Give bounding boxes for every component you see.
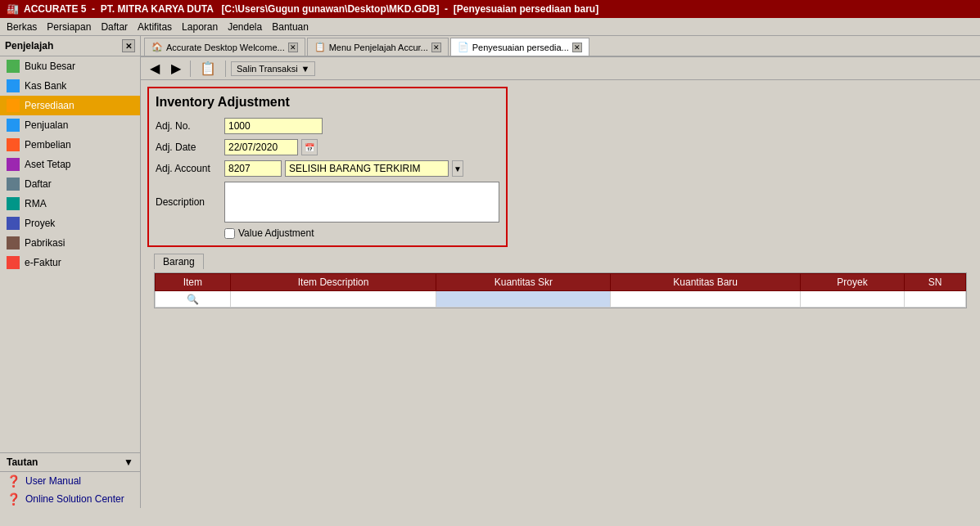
tab-accurate-welcome[interactable]: 🏠 Accurate Desktop Welcome... ✕ xyxy=(144,38,305,56)
description-textarea[interactable] xyxy=(224,182,499,223)
menu-persiapan[interactable]: Persiapan xyxy=(47,21,91,33)
tautan-title: Tautan xyxy=(7,456,38,468)
back-button[interactable]: ◀ xyxy=(146,58,164,79)
salin-transaksi-button[interactable]: Salin Transaksi ▼ xyxy=(231,61,315,76)
inventory-table: Item Item Description Kuantitas Skr Kuan… xyxy=(155,273,966,308)
sidebar-item-pabrikasi[interactable]: Pabrikasi xyxy=(0,233,140,253)
table-row: 🔍 xyxy=(156,291,966,308)
value-adjustment-row: Value Adjustment xyxy=(156,227,499,239)
adj-account-dropdown-button[interactable]: ▼ xyxy=(452,160,463,177)
menu-daftar[interactable]: Daftar xyxy=(101,21,128,33)
tab-icon-menu: 📋 xyxy=(314,42,326,52)
menu-bar: Berkas Persiapan Daftar Aktifitas Lapora… xyxy=(0,18,980,36)
sidebar: Penjelajah ✕ Buku Besar Kas Bank Persedi… xyxy=(0,36,141,508)
sidebar-item-buku-besar[interactable]: Buku Besar xyxy=(0,56,140,76)
sidebar-label-pembelian: Pembelian xyxy=(25,139,71,151)
inventory-adjustment-form: Inventory Adjustment Adj. No. Adj. Date … xyxy=(147,87,508,247)
sidebar-item-rma[interactable]: RMA xyxy=(0,194,140,214)
daftar-icon xyxy=(7,178,20,191)
sidebar-item-efaktur[interactable]: e-Faktur xyxy=(0,253,140,272)
sn-cell xyxy=(905,291,966,308)
adj-date-input[interactable] xyxy=(224,139,298,155)
form-area: Inventory Adjustment Adj. No. Adj. Date … xyxy=(141,80,980,508)
sidebar-title: Penjelajah xyxy=(5,40,53,52)
kas-bank-icon xyxy=(7,79,20,92)
table-container: Item Item Description Kuantitas Skr Kuan… xyxy=(154,272,967,308)
toolbar-separator-2 xyxy=(225,61,226,77)
sidebar-item-persediaan[interactable]: Persediaan xyxy=(0,96,140,115)
salin-transaksi-label: Salin Transaksi xyxy=(237,64,298,74)
sidebar-label-aset-tetap: Aset Tetap xyxy=(25,159,70,170)
sidebar-label-proyek: Proyek xyxy=(25,218,55,229)
sidebar-link-user-manual[interactable]: ❓ User Manual xyxy=(0,472,140,490)
toolbar-separator xyxy=(190,61,191,77)
sidebar-bottom: Tautan ▼ ❓ User Manual ❓ Online Solution… xyxy=(0,452,140,508)
adj-account-row: Adj. Account ▼ xyxy=(156,160,499,177)
pembelian-icon xyxy=(7,138,20,151)
col-kuantitas-baru: Kuantitas Baru xyxy=(611,274,801,291)
tab-close-welcome[interactable]: ✕ xyxy=(288,43,298,52)
user-manual-icon: ❓ xyxy=(7,474,20,488)
menu-aktifitas[interactable]: Aktifitas xyxy=(138,21,172,33)
sidebar-item-kas-bank[interactable]: Kas Bank xyxy=(0,76,140,96)
rma-icon xyxy=(7,197,20,210)
description-label: Description xyxy=(156,196,221,208)
app-icon: 🏭 xyxy=(7,3,19,15)
tab-menu-penjelajah[interactable]: 📋 Menu Penjelajah Accur... ✕ xyxy=(307,38,449,56)
sidebar-item-pembelian[interactable]: Pembelian xyxy=(0,135,140,155)
proyek-cell xyxy=(800,291,904,308)
online-solution-center-icon: ❓ xyxy=(7,492,20,506)
sidebar-header: Penjelajah ✕ xyxy=(0,36,140,56)
tab-label-welcome: Accurate Desktop Welcome... xyxy=(166,43,285,52)
tab-bar: 🏠 Accurate Desktop Welcome... ✕ 📋 Menu P… xyxy=(141,36,980,57)
sidebar-label-kas-bank: Kas Bank xyxy=(25,80,66,92)
title-bar: 🏭 ACCURATE 5 - PT. MITRA KARYA DUTA [C:\… xyxy=(0,0,980,18)
form-title: Inventory Adjustment xyxy=(156,95,499,110)
barang-tab[interactable]: Barang xyxy=(154,254,204,269)
sidebar-label-pabrikasi: Pabrikasi xyxy=(25,237,65,249)
tautan-chevron-icon: ▼ xyxy=(124,456,133,468)
content-area: 🏠 Accurate Desktop Welcome... ✕ 📋 Menu P… xyxy=(141,36,980,508)
sidebar-item-penjualan[interactable]: Penjualan xyxy=(0,115,140,135)
sidebar-link-online-solution-center[interactable]: ❓ Online Solution Center xyxy=(0,490,140,508)
col-proyek: Proyek xyxy=(800,274,904,291)
adj-no-input[interactable] xyxy=(224,118,323,134)
tab-label-penyesuaian: Penyesuaian persedia... xyxy=(472,43,569,52)
persediaan-icon xyxy=(7,99,20,112)
buku-besar-icon xyxy=(7,60,20,73)
menu-laporan[interactable]: Laporan xyxy=(182,21,218,33)
sidebar-label-rma: RMA xyxy=(25,198,47,209)
salin-dropdown-icon: ▼ xyxy=(301,64,310,74)
adj-account-code-input[interactable] xyxy=(224,160,282,177)
main-layout: Penjelajah ✕ Buku Besar Kas Bank Persedi… xyxy=(0,36,980,508)
value-adjustment-checkbox[interactable] xyxy=(224,228,235,239)
sidebar-item-daftar[interactable]: Daftar xyxy=(0,174,140,194)
item-search-cell[interactable]: 🔍 xyxy=(156,291,231,308)
adj-date-label: Adj. Date xyxy=(156,142,221,153)
adj-date-picker-button[interactable]: 📅 xyxy=(301,139,318,155)
kuantitas-skr-cell xyxy=(436,291,611,308)
proyek-icon xyxy=(7,217,20,230)
copy-page-button[interactable]: 📋 xyxy=(196,58,220,79)
sidebar-label-penjualan: Penjualan xyxy=(25,119,68,131)
forward-button[interactable]: ▶ xyxy=(167,58,185,79)
menu-jendela[interactable]: Jendela xyxy=(228,21,262,33)
tab-penyesuaian[interactable]: 📄 Penyesuaian persedia... ✕ xyxy=(450,38,589,56)
menu-bantuan[interactable]: Bantuan xyxy=(272,21,309,33)
tab-close-menu[interactable]: ✕ xyxy=(431,43,441,52)
menu-berkas[interactable]: Berkas xyxy=(7,21,37,33)
penjualan-icon xyxy=(7,119,20,132)
adj-account-label: Adj. Account xyxy=(156,163,221,174)
user-manual-label: User Manual xyxy=(25,475,81,487)
sidebar-label-daftar: Daftar xyxy=(25,178,52,190)
sidebar-close-button[interactable]: ✕ xyxy=(122,39,135,52)
adj-account-desc-input[interactable] xyxy=(285,160,449,177)
tab-label-menu: Menu Penjelajah Accur... xyxy=(329,43,428,52)
sidebar-label-buku-besar: Buku Besar xyxy=(25,61,75,72)
tab-close-penyesuaian[interactable]: ✕ xyxy=(572,43,582,52)
adj-no-label: Adj. No. xyxy=(156,120,221,132)
sidebar-tautan-header: Tautan ▼ xyxy=(0,453,140,472)
sidebar-item-aset-tetap[interactable]: Aset Tetap xyxy=(0,155,140,174)
kuantitas-baru-cell[interactable] xyxy=(611,291,801,308)
sidebar-item-proyek[interactable]: Proyek xyxy=(0,214,140,233)
